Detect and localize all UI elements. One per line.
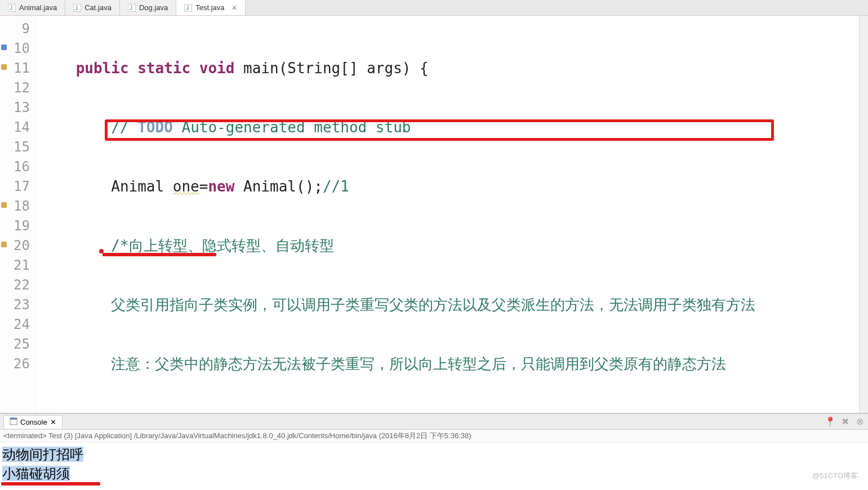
console-toolbar: 📍 ✖ ⊗ — [825, 417, 865, 427]
line-number: 24 — [0, 315, 30, 335]
line-number: 11 — [0, 59, 30, 78]
line-number: 23 — [0, 295, 30, 315]
tab-label: Dog.java — [139, 3, 168, 12]
watermark-text: @51CTO博客 — [812, 466, 858, 485]
line-number: 25 — [0, 335, 30, 354]
console-tab-label: Console — [20, 418, 47, 426]
console-line: 动物间打招呼 — [2, 447, 83, 462]
remove-all-launches-icon[interactable]: ⊗ — [854, 417, 865, 427]
line-number: 22 — [0, 275, 30, 295]
line-number: 19 — [0, 216, 30, 236]
editor-tab-bar: J Animal.java J Cat.java J Dog.java J Te… — [0, 0, 868, 16]
close-icon[interactable]: ✕ — [232, 4, 237, 12]
line-number: 10 — [0, 39, 30, 59]
line-number: 17 — [0, 177, 30, 197]
svg-text:J: J — [75, 5, 78, 11]
tab-animal[interactable]: J Animal.java — [0, 0, 65, 15]
console-status: <terminated> Test (3) [Java Application]… — [0, 430, 868, 443]
vertical-scrollbar[interactable] — [859, 16, 868, 413]
svg-text:J: J — [130, 5, 132, 11]
tab-label: Animal.java — [19, 3, 57, 12]
line-number: 26 — [0, 354, 30, 374]
task-marker-icon — [1, 44, 7, 50]
line-number: 16 — [0, 157, 30, 177]
line-number: 12 — [0, 78, 30, 98]
console-icon — [10, 417, 17, 427]
svg-text:J: J — [10, 5, 12, 11]
java-file-icon: J — [8, 4, 16, 12]
console-line: 小猫碰胡须 — [2, 466, 70, 481]
pin-console-icon[interactable]: 📍 — [825, 417, 835, 427]
console-output[interactable]: 动物间打招呼 小猫碰胡须 @51CTO博客 — [0, 443, 868, 490]
tab-cat[interactable]: J Cat.java — [65, 0, 120, 15]
remove-launch-icon[interactable]: ✖ — [840, 417, 850, 427]
warning-marker-icon — [1, 242, 7, 247]
java-file-icon: J — [128, 4, 136, 12]
code-editor[interactable]: public static void main(String[] args) {… — [36, 16, 859, 413]
tab-label: Cat.java — [84, 3, 112, 12]
tab-dog[interactable]: J Dog.java — [120, 0, 176, 15]
line-number: 14 — [0, 118, 30, 137]
svg-rect-9 — [10, 418, 17, 420]
line-number-gutter: 9 10 11 12 13 14 15 16 17 18 19 20 21 22… — [0, 16, 36, 413]
console-tab[interactable]: Console ✕ — [3, 415, 63, 429]
line-number: 15 — [0, 137, 30, 157]
editor-area: 9 10 11 12 13 14 15 16 17 18 19 20 21 22… — [0, 16, 868, 413]
line-number: 13 — [0, 98, 30, 118]
warning-marker-icon — [1, 64, 7, 70]
line-number: 20 — [0, 236, 30, 256]
console-panel: Console ✕ 📍 ✖ ⊗ <terminated> Test (3) [J… — [0, 413, 868, 490]
line-number: 9 — [0, 19, 30, 39]
line-number: 21 — [0, 256, 30, 275]
java-file-icon: J — [73, 4, 81, 12]
tab-test[interactable]: J Test.java ✕ — [176, 0, 245, 15]
warning-marker-icon — [1, 202, 7, 208]
java-file-icon: J — [184, 4, 192, 12]
line-number: 18 — [0, 197, 30, 216]
console-tab-bar: Console ✕ 📍 ✖ ⊗ — [0, 414, 868, 430]
tab-label: Test.java — [195, 3, 224, 12]
svg-text:J: J — [186, 5, 189, 11]
close-icon[interactable]: ✕ — [50, 418, 56, 426]
